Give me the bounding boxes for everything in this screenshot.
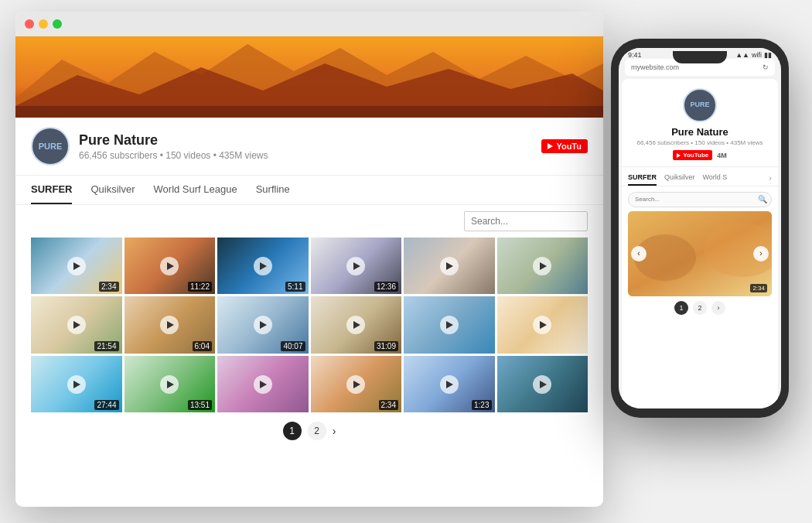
m-prev-button[interactable]: ‹ [631,246,647,262]
minimize-button[interactable] [39,19,48,29]
search-input[interactable] [464,211,588,231]
video-thumb-9[interactable]: 40:07 [217,296,309,353]
m-video-thumb[interactable]: ‹ › 2:34 [628,211,772,296]
m-channel-stats: 66,456 subscribers • 150 videos • 435M v… [636,139,763,146]
play-button [67,257,86,275]
video-thumb-14[interactable]: 13:51 [125,356,216,412]
mobile-phone: 9:41 ▲▲ wifi ▮▮ mywebsite.com ↻ PURE [611,39,789,418]
video-thumb-1[interactable]: 2:34 [31,238,122,294]
play-icon [260,381,267,388]
close-button[interactable] [25,19,34,29]
video-duration-1: 2:34 [99,282,118,292]
play-button [67,375,86,394]
yt-badge-label: YouTu [556,142,582,151]
play-icon [353,262,360,270]
video-duration-10: 31:09 [374,341,398,351]
video-thumb-4[interactable]: 12:36 [311,238,402,294]
play-button [346,257,365,275]
channel-banner [15,36,603,118]
m-tab-quiksilver[interactable]: Quiksilver [664,170,695,186]
search-row [15,205,603,238]
m-page-next-button[interactable]: › [711,301,725,315]
video-thumb-12[interactable] [497,296,589,353]
play-icon [260,321,267,329]
channel-avatar: PURE [31,127,70,166]
m-search-icon: 🔍 [758,194,767,203]
page-2-button[interactable]: 2 [308,422,326,440]
browser-content: PURE Pure Nature 66,456 subscribers • 15… [15,36,603,507]
channel-meta: Pure Nature 66,456 subscribers • 150 vid… [79,132,268,161]
video-duration-3: 5:11 [285,282,305,292]
m-channel-name: Pure Nature [671,126,728,138]
play-icon [260,262,267,270]
play-button [160,375,179,394]
maximize-button[interactable] [53,19,62,29]
play-icon [167,381,174,388]
play-button [346,375,365,394]
channel-stats: 66,456 subscribers • 150 videos • 435M v… [79,150,268,161]
m-youtube-badge[interactable]: YouTube [673,150,712,160]
browser-window: PURE Pure Nature 66,456 subscribers • 15… [15,12,603,507]
video-thumb-8[interactable]: 6:04 [125,296,216,353]
youtube-badge[interactable]: YouTu [541,139,588,153]
video-duration-7: 21:54 [94,341,118,351]
video-duration-8: 6:04 [193,341,212,351]
m-page-1-button[interactable]: 1 [674,301,688,315]
video-duration-2: 11:22 [188,282,212,292]
mobile-phone-wrapper: 9:41 ▲▲ wifi ▮▮ mywebsite.com ↻ PURE [611,39,789,418]
video-thumb-2[interactable]: 11:22 [125,238,216,294]
play-button [533,316,551,334]
play-icon [167,321,174,329]
m-search-input[interactable] [628,192,772,207]
m-tab-world-surf[interactable]: World S [703,170,728,186]
m-pagination: 1 2 › [622,296,778,320]
tab-surfline[interactable]: Surfline [256,176,290,204]
m-tab-chevron-icon[interactable]: › [769,173,772,183]
video-thumb-17[interactable]: 1:23 [404,356,495,412]
video-thumb-15[interactable] [217,356,309,412]
video-grid: 2:34 11:22 5:11 12:36 [15,238,603,412]
play-icon [73,262,80,270]
video-thumb-3[interactable]: 5:11 [217,238,309,294]
channel-tabs: SURFER Quiksilver World Surf League Surf… [15,176,603,205]
refresh-icon[interactable]: ↻ [763,63,769,71]
signal-icon: ▲▲ [735,51,749,59]
video-thumb-6[interactable] [497,238,589,294]
video-thumb-5[interactable] [404,238,495,294]
play-button [533,375,551,394]
video-duration-9: 40:07 [281,341,305,351]
video-thumb-13[interactable]: 27:44 [31,356,122,412]
play-button [254,316,272,334]
m-page-2-button[interactable]: 2 [693,301,707,315]
tab-quiksilver[interactable]: Quiksilver [90,176,135,204]
avatar-text: PURE [39,142,63,151]
video-thumb-16[interactable]: 2:34 [311,356,402,412]
m-channel-avatar: PURE [683,88,717,122]
page-1-button[interactable]: 1 [283,422,302,440]
play-icon [73,321,80,329]
tab-surfer[interactable]: SURFER [31,176,72,204]
video-thumb-10[interactable]: 31:09 [311,296,402,353]
play-icon [446,321,453,329]
m-channel-header: PURE Pure Nature 66,456 subscribers • 15… [622,79,778,167]
page-next-button[interactable]: › [333,425,336,437]
phone-notch [673,51,727,63]
video-thumb-11[interactable] [404,296,495,353]
pagination: 1 2 › [15,412,603,450]
video-thumb-7[interactable]: 21:54 [31,296,122,353]
m-search-row: 🔍 [622,186,778,211]
play-button [533,257,551,275]
tab-world-surf-league[interactable]: World Surf League [154,176,237,204]
phone-content: PURE Pure Nature 66,456 subscribers • 15… [622,79,778,408]
video-duration-14: 13:51 [188,400,212,410]
battery-icon: ▮▮ [764,51,772,59]
m-avatar-text: PURE [690,101,709,109]
play-icon [540,262,547,270]
status-right: ▲▲ wifi ▮▮ [735,51,772,59]
channel-name: Pure Nature [79,132,268,149]
m-tab-surfer[interactable]: SURFER [628,170,657,186]
play-button [254,375,272,394]
m-next-button[interactable]: › [753,246,769,262]
video-thumb-18[interactable] [497,356,589,412]
video-duration-4: 12:36 [374,282,398,292]
